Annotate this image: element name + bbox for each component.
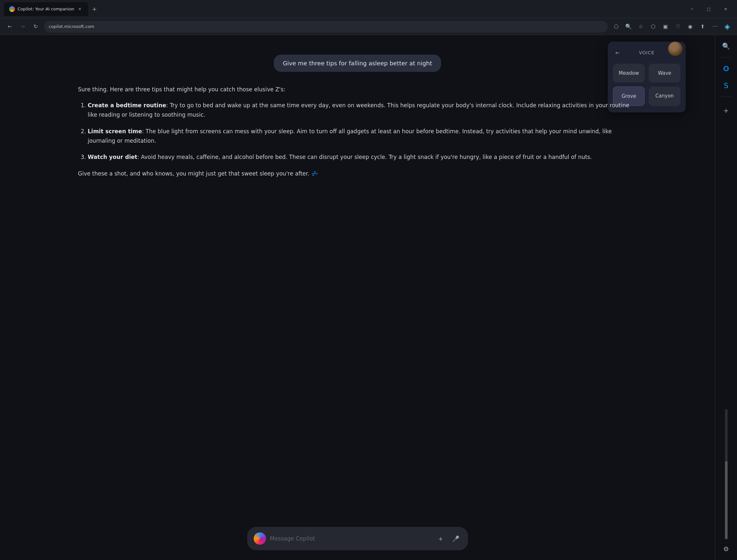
avatar-image xyxy=(668,42,682,56)
tab-close-button[interactable]: ✕ xyxy=(77,6,83,12)
back-button[interactable]: ← xyxy=(4,21,16,33)
ai-response: Sure thing. Here are three tips that mig… xyxy=(78,85,637,178)
ai-outro: Give these a shot, and who knows, you mi… xyxy=(78,169,637,178)
right-sidebar: 🔍 O S + ⚙ xyxy=(715,35,737,560)
sidebar-divider-2 xyxy=(721,97,731,97)
input-placeholder: Message Copilot xyxy=(270,535,431,542)
browser-chrome: Copilot: Your AI companion ✕ + ─ □ ✕ xyxy=(0,0,737,18)
tip-item-2: Limit screen time: The blue light from s… xyxy=(88,127,637,146)
reload-button[interactable]: ↻ xyxy=(30,21,42,33)
sidebar-divider-1 xyxy=(721,57,731,58)
sidebar-icon-outlook[interactable]: O xyxy=(719,61,733,76)
message-input-box[interactable]: Message Copilot + 🎤 xyxy=(247,527,468,550)
tip-3-text: : Avoid heavy meals, caffeine, and alcoh… xyxy=(137,154,592,160)
copilot-icon xyxy=(254,532,266,545)
input-area: Message Copilot + 🎤 xyxy=(0,520,715,560)
sidebar-icon-add[interactable]: + xyxy=(719,103,733,118)
user-message-container: Give me three tips for falling asleep be… xyxy=(78,55,637,72)
ai-intro: Sure thing. Here are three tips that mig… xyxy=(78,85,637,94)
tip-1-text: : Try to go to bed and wake up at the sa… xyxy=(88,102,629,118)
tab-bar: Copilot: Your AI companion ✕ + xyxy=(4,2,682,16)
attach-button[interactable]: + xyxy=(435,533,446,544)
user-message-text: Give me three tips for falling asleep be… xyxy=(283,60,432,67)
copilot-sidebar-button[interactable]: ◈ xyxy=(721,21,733,33)
maximize-button[interactable]: □ xyxy=(701,4,716,14)
tip-item-1: Create a bedtime routine: Try to go to b… xyxy=(88,101,637,120)
sidebar-icon-skype[interactable]: S xyxy=(719,78,733,93)
menu-button[interactable]: ··· xyxy=(709,21,721,33)
tip-2-text: : The blue light from screens can mess w… xyxy=(88,128,612,144)
tip-2-label: Limit screen time xyxy=(88,128,142,135)
favorites-button[interactable]: ☆ xyxy=(635,21,647,33)
user-message-bubble: Give me three tips for falling asleep be… xyxy=(274,55,441,72)
input-actions: + 🎤 xyxy=(435,533,461,544)
sidebar-settings-button[interactable]: ⚙ xyxy=(719,542,733,556)
split-button[interactable]: ▣ xyxy=(660,21,671,33)
tip-1-label: Create a bedtime routine xyxy=(88,102,166,109)
extensions-button[interactable]: ⬡ xyxy=(647,21,659,33)
minimize-button[interactable]: ─ xyxy=(684,4,699,14)
tip-3-label: Watch your diet xyxy=(88,154,137,160)
zoom-button[interactable]: 🔍 xyxy=(623,21,634,33)
open-tab-button[interactable]: ⬡ xyxy=(610,21,622,33)
window-controls: ─ □ ✕ xyxy=(684,4,733,14)
user-avatar xyxy=(668,42,682,56)
sidebar-bottom: ⚙ xyxy=(719,409,733,556)
user-avatar-area xyxy=(668,42,682,56)
address-text: copilot.microsoft.com xyxy=(49,24,603,29)
microphone-button[interactable]: 🎤 xyxy=(450,533,461,544)
toolbar-right: ⬡ 🔍 ☆ ⬡ ▣ ♡ ◉ ⬆ ··· ◈ xyxy=(610,21,733,33)
sidebar-icon-search[interactable]: 🔍 xyxy=(719,39,733,53)
profile-button[interactable]: ◉ xyxy=(684,21,696,33)
tip-item-3: Watch your diet: Avoid heavy meals, caff… xyxy=(88,152,637,162)
forward-button[interactable]: → xyxy=(17,21,29,33)
active-tab[interactable]: Copilot: Your AI companion ✕ xyxy=(4,2,88,16)
tab-title: Copilot: Your AI companion xyxy=(18,7,74,11)
performance-button[interactable]: ♡ xyxy=(672,21,684,33)
new-tab-button[interactable]: + xyxy=(89,4,100,14)
main-layout: ← VOICE Meadow Wave Grove Canyon xyxy=(0,35,737,560)
address-bar[interactable]: copilot.microsoft.com xyxy=(44,21,608,33)
address-bar-row: ← → ↻ copilot.microsoft.com ⬡ 🔍 ☆ ⬡ ▣ ♡ … xyxy=(0,18,737,35)
tips-list: Create a bedtime routine: Try to go to b… xyxy=(88,101,637,162)
main-content: ← VOICE Meadow Wave Grove Canyon xyxy=(0,35,715,560)
tab-favicon xyxy=(9,6,15,12)
share-button[interactable]: ⬆ xyxy=(697,21,708,33)
chat-area: Give me three tips for falling asleep be… xyxy=(0,35,715,520)
nav-buttons: ← → ↻ xyxy=(4,21,42,33)
close-button[interactable]: ✕ xyxy=(718,4,733,14)
